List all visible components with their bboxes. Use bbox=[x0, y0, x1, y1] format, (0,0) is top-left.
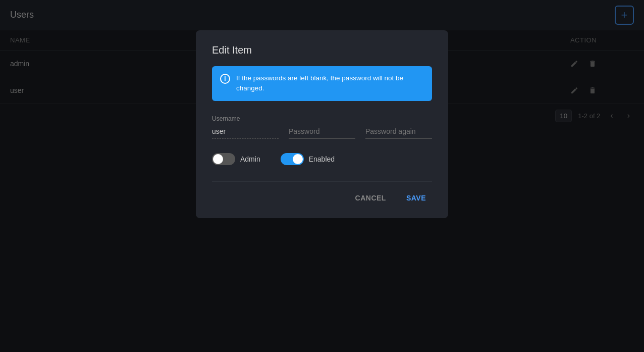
enabled-toggle-label: Enabled bbox=[309, 155, 335, 163]
enabled-toggle-group: Enabled bbox=[281, 153, 335, 165]
save-button[interactable]: SAVE bbox=[400, 190, 432, 206]
password-again-field[interactable] bbox=[365, 125, 432, 139]
cancel-button[interactable]: CANCEL bbox=[349, 190, 392, 206]
form-fields-row: Username bbox=[212, 115, 432, 139]
modal-footer: CANCEL SAVE bbox=[212, 181, 432, 206]
password-field[interactable] bbox=[289, 125, 355, 139]
toggle-row: Admin Enabled bbox=[212, 153, 432, 165]
info-banner-text: If the passwords are left blank, the pas… bbox=[236, 73, 424, 94]
admin-toggle-track bbox=[212, 153, 235, 165]
enabled-toggle-thumb bbox=[293, 154, 303, 164]
password-again-group bbox=[365, 125, 432, 139]
username-field[interactable] bbox=[212, 125, 279, 139]
admin-toggle-thumb bbox=[213, 154, 223, 164]
admin-toggle-label: Admin bbox=[240, 155, 260, 163]
enabled-toggle-track bbox=[281, 153, 304, 165]
modal-overlay: Edit Item i If the passwords are left bl… bbox=[0, 0, 644, 352]
username-group: Username bbox=[212, 115, 279, 139]
edit-item-modal: Edit Item i If the passwords are left bl… bbox=[196, 30, 448, 218]
password-group bbox=[289, 125, 355, 139]
info-icon: i bbox=[220, 74, 230, 84]
admin-toggle[interactable] bbox=[212, 153, 235, 165]
admin-toggle-group: Admin bbox=[212, 153, 260, 165]
info-banner: i If the passwords are left blank, the p… bbox=[212, 66, 432, 101]
enabled-toggle[interactable] bbox=[281, 153, 304, 165]
modal-title: Edit Item bbox=[212, 44, 432, 56]
username-label: Username bbox=[212, 115, 279, 122]
